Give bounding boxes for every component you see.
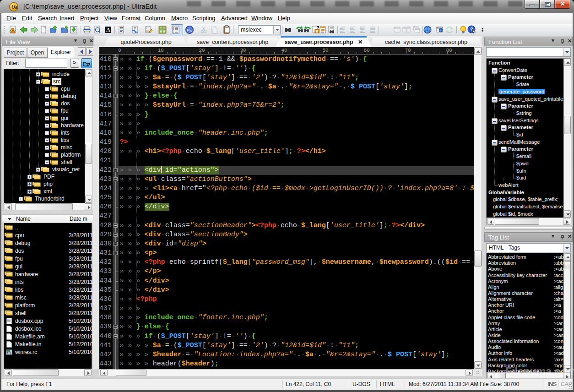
svg-text:C: C xyxy=(190,29,192,33)
svg-text:A: A xyxy=(106,27,110,33)
svg-text:10: 10 xyxy=(146,30,149,33)
